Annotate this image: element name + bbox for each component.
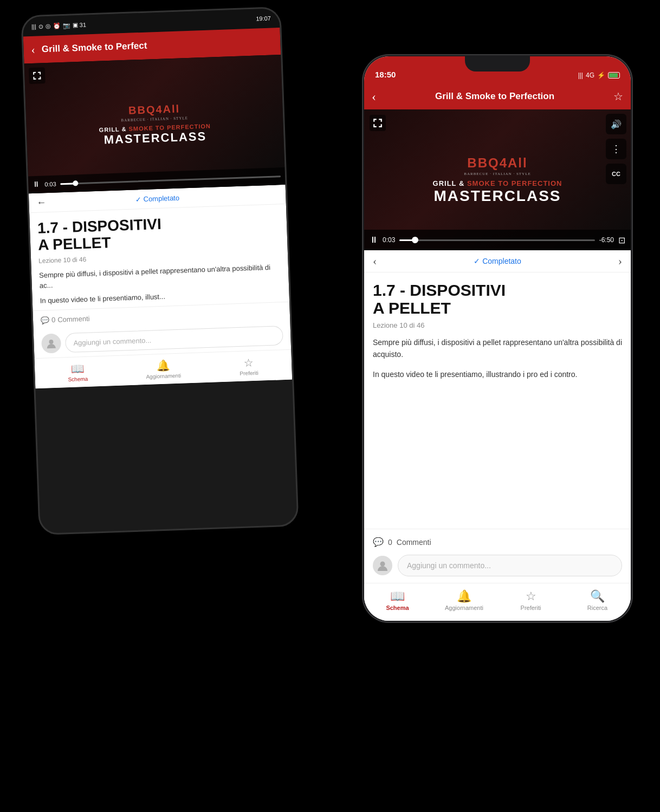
- iphone-lesson-desc2: In questo video te li presentiamo, illus…: [364, 367, 631, 383]
- iphone-comments-section: 💬 0 Commenti: [364, 529, 631, 550]
- iphone-pause-button[interactable]: ⏸: [370, 235, 378, 245]
- android-extra-icon: ▣ 31: [72, 21, 86, 29]
- android-tab-preferiti-icon: ☆: [244, 356, 254, 369]
- android-comment-input[interactable]: Aggiungi un commento...: [65, 326, 283, 353]
- iphone-comment-input-row: Aggiungi un commento...: [364, 550, 631, 583]
- iphone-cc-button[interactable]: CC: [606, 164, 626, 184]
- iphone-audio-icon: 🔊: [611, 119, 622, 129]
- iphone-content-area: ‹ ✓ Completato › 1.7 - DISPOSITIVI A PEL…: [364, 250, 631, 621]
- iphone-audio-button[interactable]: 🔊: [606, 114, 626, 134]
- iphone-tab-aggiornamenti-label: Aggiornamenti: [445, 605, 483, 611]
- iphone-lesson-meta: Lezione 10 di 46: [364, 319, 631, 335]
- iphone-4-text: 4: [500, 155, 508, 170]
- iphone-bbq4all-brand: BBQ4All: [433, 155, 562, 171]
- iphone-lesson-forward-button[interactable]: ›: [618, 254, 622, 268]
- iphone-video-side-controls: 🔊 ⋮ CC: [606, 114, 626, 184]
- android-tab-schema[interactable]: 📖 Schema: [35, 356, 121, 388]
- android-4all-text: 4: [156, 103, 163, 115]
- iphone-notch: [465, 56, 530, 72]
- android-video-logo: BBQ4All BARBECUE · ITALIAN · STYLE GRILL…: [98, 101, 211, 147]
- iphone-grill-text: GRILL &: [433, 179, 465, 187]
- iphone-app-header: ‹ Grill & Smoke to Perfection ☆: [364, 83, 631, 109]
- android-completed-indicator: ✓ Completato: [135, 194, 179, 204]
- android-fullscreen-button[interactable]: [29, 67, 46, 84]
- phone-container: ||| ⊙ ◎ ⏰ 📷 ▣ 31 19:07 ‹ Grill & Smoke t…: [0, 0, 660, 812]
- iphone-all-text: All: [508, 155, 528, 170]
- iphone-tab-ricerca[interactable]: 🔍 Ricerca: [564, 583, 631, 616]
- iphone-progress-bar[interactable]: [399, 239, 594, 241]
- iphone-tab-schema[interactable]: 📖 Schema: [364, 583, 431, 616]
- iphone-lesson-back-button[interactable]: ‹: [373, 254, 377, 268]
- iphone-cast-button[interactable]: ⊡: [618, 235, 625, 245]
- android-pause-button[interactable]: ⏸: [33, 180, 41, 189]
- iphone-video-area[interactable]: 🔊 ⋮ CC BBQ4All BARBECUE · ITALIAN · STYL…: [364, 109, 631, 250]
- android-user-avatar: [41, 334, 61, 354]
- android-header-title: Grill & Smoke to Perfect: [42, 36, 273, 55]
- android-all-text: All: [163, 102, 180, 115]
- iphone-video-controls-bar: ⏸ 0:03 -6:50 ⊡: [364, 230, 631, 250]
- iphone-tab-aggiornamenti[interactable]: 🔔 Aggiornamenti: [431, 583, 497, 616]
- iphone-time-remaining: -6:50: [599, 236, 614, 244]
- android-comment-bubble-icon: 💬: [41, 316, 50, 324]
- iphone-comment-input[interactable]: Aggiungi un commento...: [398, 555, 622, 576]
- android-tab-aggiornamenti-icon: 🔔: [156, 359, 170, 373]
- android-signal-icon: |||: [31, 23, 36, 30]
- android-comment-count: 0: [51, 316, 56, 324]
- iphone-video-time: 0:03: [383, 236, 395, 244]
- android-status-right: 19:07: [256, 15, 271, 22]
- iphone-more-button[interactable]: ⋮: [606, 139, 626, 159]
- iphone-favorite-button[interactable]: ☆: [613, 90, 623, 103]
- android-comment-label: Commenti: [57, 315, 90, 324]
- iphone-fullscreen-button[interactable]: [370, 115, 386, 131]
- android-grill-text: GRILL &: [99, 125, 126, 133]
- android-back-button[interactable]: ‹: [31, 43, 35, 57]
- android-tab-preferiti-label: Preferiti: [240, 370, 258, 376]
- iphone-tab-preferiti-label: Preferiti: [521, 605, 541, 611]
- android-tab-preferiti[interactable]: ☆ Preferiti: [205, 350, 292, 382]
- android-completed-label: Completato: [143, 194, 179, 203]
- iphone-completed-check: ✓: [474, 257, 480, 265]
- iphone-status-right: ||| 4G ⚡: [578, 72, 620, 79]
- android-time: 19:07: [256, 15, 271, 22]
- android-tab-aggiornamenti[interactable]: 🔔 Aggiornamenti: [120, 353, 206, 385]
- android-status-left: ||| ⊙ ◎ ⏰ 📷 ▣ 31: [31, 21, 86, 30]
- iphone-lesson-title: 1.7 - DISPOSITIVI A PELLET: [364, 272, 631, 319]
- iphone-tab-preferiti[interactable]: ☆ Preferiti: [497, 583, 564, 616]
- iphone-tab-schema-icon: 📖: [390, 589, 405, 603]
- iphone-cc-icon: CC: [612, 171, 620, 177]
- iphone-smoke-text: SMOKE TO PERFECTION: [467, 179, 562, 187]
- android-lesson-back-button[interactable]: ←: [36, 197, 47, 209]
- android-phone: ||| ⊙ ◎ ⏰ 📷 ▣ 31 19:07 ‹ Grill & Smoke t…: [21, 7, 299, 535]
- iphone-lesson-title-line1: 1.7 - DISPOSITIVI: [373, 281, 506, 299]
- iphone-completed-indicator: ✓ Completato: [474, 257, 521, 265]
- svg-point-0: [49, 340, 53, 344]
- iphone-comment-placeholder: Aggiungi un commento...: [407, 561, 491, 570]
- android-wifi-icon: ⊙: [38, 23, 43, 30]
- android-video-area[interactable]: BBQ4All BARBECUE · ITALIAN · STYLE GRILL…: [24, 55, 285, 193]
- android-video-time: 0:03: [44, 181, 56, 188]
- android-camera-icon: 📷: [62, 22, 70, 29]
- iphone-tab-preferiti-icon: ☆: [526, 589, 536, 603]
- android-tab-schema-label: Schema: [68, 376, 88, 382]
- android-tab-aggiornamenti-label: Aggiornamenti: [146, 373, 181, 380]
- iphone-masterclass-line1: GRILL & SMOKE TO PERFECTION: [433, 179, 562, 187]
- iphone-comment-count: 0: [388, 538, 392, 547]
- iphone-inner: 18:50 ||| 4G ⚡ ‹ Grill & Smoke to Perfec…: [364, 56, 631, 621]
- iphone-comment-label: Commenti: [397, 538, 431, 547]
- iphone-masterclass-line2: MASTERCLASS: [433, 187, 562, 205]
- iphone: 18:50 ||| 4G ⚡ ‹ Grill & Smoke to Perfec…: [362, 54, 633, 623]
- iphone-tab-aggiornamenti-icon: 🔔: [457, 589, 471, 603]
- android-eye-icon: ◎: [45, 22, 50, 29]
- android-comment-placeholder: Aggiungi un commento...: [73, 336, 151, 347]
- iphone-tab-bar: 📖 Schema 🔔 Aggiornamenti ☆ Preferiti 🔍 R…: [364, 583, 631, 621]
- android-content-area: ← ✓ Completato 1.7 - DISPOSITIVIA PELLET…: [29, 185, 292, 388]
- iphone-battery-bar: [608, 72, 620, 79]
- iphone-lesson-title-line2: A PELLET: [373, 299, 451, 317]
- iphone-bbq-text: BBQ: [467, 155, 499, 170]
- iphone-brand-subtitle: BARBECUE · ITALIAN · STYLE: [433, 172, 562, 176]
- iphone-video-logo: BBQ4All BARBECUE · ITALIAN · STYLE GRILL…: [433, 155, 562, 205]
- iphone-header-title: Grill & Smoke to Perfection: [376, 91, 613, 102]
- iphone-back-button[interactable]: ‹: [372, 89, 376, 104]
- android-comments-count: 💬 0 Commenti: [41, 315, 90, 324]
- android-progress-bar[interactable]: [61, 176, 281, 185]
